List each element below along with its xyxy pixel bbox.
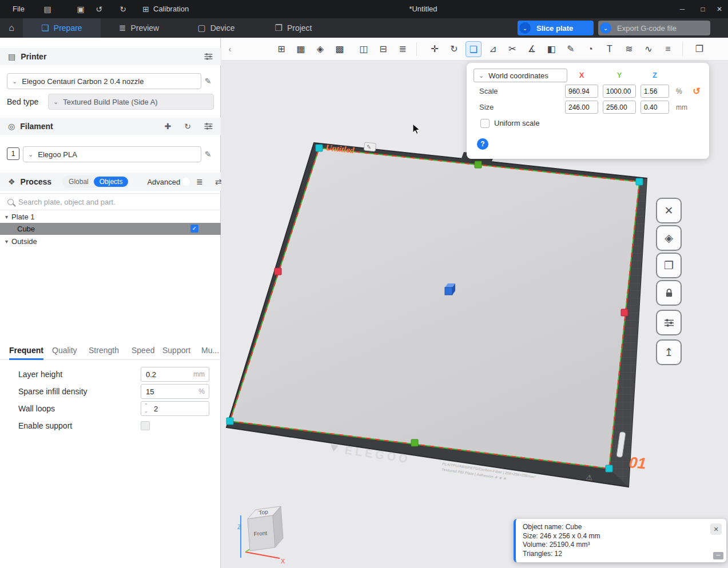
save-icon[interactable]: ▣ bbox=[74, 0, 87, 18]
tab-project[interactable]: ❐ Project bbox=[255, 18, 332, 38]
filament-settings-icon[interactable] bbox=[204, 123, 213, 130]
tab-more[interactable]: Mu... bbox=[201, 342, 219, 359]
variable-layer-icon[interactable]: ≡ bbox=[660, 41, 676, 57]
tab-frequent[interactable]: Frequent bbox=[9, 342, 43, 359]
uniform-scale-checkbox[interactable] bbox=[480, 119, 490, 128]
text-tool-icon[interactable]: T bbox=[602, 41, 618, 57]
calibration-icon[interactable]: ⊞ bbox=[140, 0, 152, 18]
scale-handle-corner-tr[interactable] bbox=[636, 178, 643, 185]
assembly-view-icon[interactable]: ❐ bbox=[691, 41, 707, 57]
tab-quality[interactable]: Quality bbox=[52, 342, 77, 359]
move-tool-icon[interactable]: ✛ bbox=[427, 41, 443, 57]
edit-printer-icon[interactable]: ✎ bbox=[205, 77, 212, 86]
clone-object-button[interactable]: ❐ bbox=[656, 253, 682, 278]
object-list-icon[interactable]: ≣ bbox=[395, 41, 411, 57]
fuzzy-skin-icon[interactable]: ∿ bbox=[641, 41, 657, 57]
scope-objects[interactable]: Objects bbox=[94, 177, 129, 187]
tab-support[interactable]: Support bbox=[162, 342, 190, 359]
add-object-icon[interactable]: ⊞ bbox=[273, 41, 289, 57]
size-z-input[interactable] bbox=[641, 101, 669, 114]
info-close-button[interactable]: ✕ bbox=[710, 523, 722, 535]
collapse-triangle-icon[interactable]: ▾ bbox=[5, 238, 8, 245]
delete-object-button[interactable]: ✕ bbox=[656, 198, 682, 223]
tab-prepare[interactable]: ❏ Prepare bbox=[23, 18, 101, 38]
split-to-parts-icon[interactable]: ⊟ bbox=[375, 41, 391, 57]
printer-settings-icon[interactable] bbox=[204, 53, 213, 60]
tab-strength[interactable]: Strength bbox=[89, 342, 119, 359]
add-plate-icon[interactable]: ▦ bbox=[293, 41, 309, 57]
collapse-sidebar-button[interactable]: ‹ bbox=[226, 42, 234, 57]
maximize-button[interactable]: □ bbox=[694, 0, 711, 18]
filament-index[interactable]: 1 bbox=[7, 147, 19, 160]
scale-x-input[interactable] bbox=[565, 85, 598, 98]
scale-handle-y-bottom[interactable] bbox=[411, 439, 418, 446]
process-scope-segmented[interactable]: Global Objects bbox=[62, 175, 129, 188]
info-minimize-button[interactable]: ─ bbox=[713, 552, 723, 559]
size-y-input[interactable] bbox=[603, 101, 636, 114]
tree-item-cube[interactable]: Cube bbox=[0, 223, 221, 235]
scope-global[interactable]: Global bbox=[63, 178, 94, 186]
measure-tool-icon[interactable]: ∡ bbox=[524, 41, 540, 57]
layer-height-field[interactable]: mm bbox=[141, 367, 209, 382]
scale-handle-x-left[interactable] bbox=[275, 268, 281, 275]
enable-support-checkbox[interactable] bbox=[141, 421, 150, 430]
scale-handle-corner-br[interactable] bbox=[606, 465, 612, 472]
rotate-tool-icon[interactable]: ↻ bbox=[446, 41, 462, 57]
undo-icon[interactable]: ↺ bbox=[93, 0, 105, 18]
scale-tool-icon[interactable]: ❏ bbox=[466, 41, 482, 57]
coordinate-mode-select[interactable]: ⌄ World coordinates bbox=[474, 69, 567, 82]
minimize-button[interactable]: ─ bbox=[674, 0, 691, 18]
object-settings-button[interactable] bbox=[656, 310, 682, 335]
slice-plate-button[interactable]: ⌄ Slice plate bbox=[518, 21, 594, 35]
scale-handle-corner-tl[interactable] bbox=[316, 145, 323, 151]
file-menu[interactable]: File bbox=[13, 0, 25, 18]
sync-filament-icon[interactable]: ↻ bbox=[184, 122, 191, 131]
tab-preview[interactable]: ≣ Preview bbox=[101, 18, 177, 38]
tree-item-plate[interactable]: ▾ Plate 1 bbox=[0, 210, 221, 223]
slice-options-dropdown[interactable]: ⌄ bbox=[519, 22, 531, 34]
parameter-table-icon[interactable]: ≣ bbox=[196, 177, 203, 186]
scale-z-input[interactable] bbox=[641, 85, 669, 98]
split-to-objects-icon[interactable]: ◫ bbox=[356, 41, 372, 57]
cube-object-surface[interactable] bbox=[230, 148, 639, 469]
edit-filament-icon[interactable]: ✎ bbox=[205, 150, 212, 159]
lock-button[interactable] bbox=[656, 280, 682, 306]
scale-handle-corner-bl[interactable] bbox=[226, 418, 233, 425]
home-button[interactable]: ⌂ bbox=[0, 18, 23, 38]
bed-type-select[interactable]: ⌄ Textured Build Plate (Side A) bbox=[48, 94, 214, 110]
export-options-dropdown[interactable]: ⌄ bbox=[600, 22, 611, 34]
auto-orient-icon[interactable]: ◈ bbox=[312, 41, 328, 57]
add-filament-icon[interactable]: ✚ bbox=[165, 122, 172, 131]
compare-preset-icon[interactable]: ⇄ bbox=[215, 177, 222, 186]
support-paint-icon[interactable]: ✎ bbox=[563, 41, 579, 57]
mesh-boolean-icon[interactable]: ◧ bbox=[543, 41, 559, 57]
cut-tool-icon[interactable]: ✂ bbox=[504, 41, 520, 57]
export-gcode-button[interactable]: ⌄ Export G-code file bbox=[598, 21, 710, 35]
emboss-tool-icon[interactable]: ≋ bbox=[621, 41, 637, 57]
collapse-triangle-icon[interactable]: ▾ bbox=[5, 214, 8, 220]
redo-icon[interactable]: ↻ bbox=[117, 0, 129, 18]
help-button[interactable]: ? bbox=[477, 138, 488, 150]
infill-density-field[interactable]: % bbox=[141, 384, 209, 399]
wall-loops-input[interactable] bbox=[141, 402, 209, 415]
scale-handle-y-top[interactable] bbox=[475, 161, 482, 168]
filament-preset-select[interactable]: ⌄ Elegoo PLA bbox=[23, 146, 201, 162]
tree-item-outside[interactable]: ▾ Outside bbox=[0, 235, 221, 247]
lay-on-face-icon[interactable]: ⊿ bbox=[485, 41, 501, 57]
tab-device[interactable]: ▢ Device bbox=[177, 18, 255, 38]
wall-loops-field[interactable]: ⌃ ⌄ bbox=[141, 401, 209, 416]
scale-handle-x-right[interactable] bbox=[621, 309, 628, 316]
drop-to-bed-button[interactable]: ↥ bbox=[656, 339, 682, 365]
arrange-icon[interactable]: ▩ bbox=[332, 41, 348, 57]
auto-orient-button[interactable]: ◈ bbox=[656, 225, 682, 251]
seam-paint-icon[interactable]: ◔ bbox=[582, 41, 598, 57]
plate-number-label[interactable]: 01 bbox=[628, 454, 647, 473]
printer-preset-select[interactable]: ⌄ Elegoo Centauri Carbon 2 0.4 nozzle bbox=[7, 73, 201, 89]
viewport-3d[interactable]: ELEGOO PLA/TPU/ABS/PETG/Carbon-Fiber | 2… bbox=[221, 38, 728, 568]
rename-object-button[interactable]: ✎ bbox=[364, 142, 376, 151]
reset-scale-icon[interactable]: ↺ bbox=[691, 85, 702, 98]
size-x-input[interactable] bbox=[565, 101, 598, 114]
scale-y-input[interactable] bbox=[603, 85, 636, 98]
notes-icon[interactable]: ▤ bbox=[41, 0, 54, 18]
calibration-menu[interactable]: Calibration bbox=[153, 0, 189, 18]
